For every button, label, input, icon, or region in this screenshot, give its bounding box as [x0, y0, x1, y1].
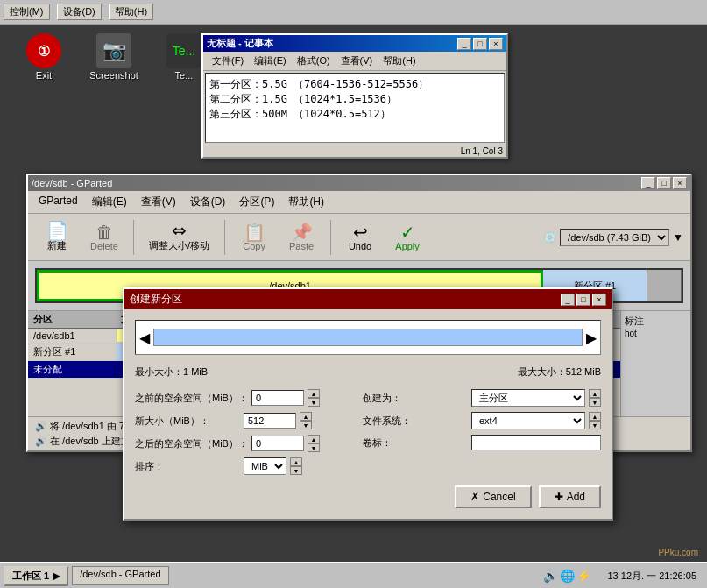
create-as-select[interactable]: 主分区 [471, 389, 585, 407]
toolbar-paste-btn[interactable]: 📌 Paste [279, 219, 323, 256]
notepad-help-menu[interactable]: 帮助(H) [378, 53, 421, 68]
notepad-win-controls: _ □ × [457, 38, 503, 50]
row1-name: /dev/sdb1 [28, 329, 116, 343]
unallocated-segment[interactable] [647, 270, 682, 301]
create-as-label: 创建为： [363, 392, 468, 405]
dialog-buttons: ✗ Cancel ✚ Add [135, 485, 601, 508]
after-space-input[interactable] [251, 436, 304, 451]
notepad-view-menu[interactable]: 查看(V) [336, 53, 378, 68]
main-area: ① Exit 📷 Screenshot Te... Te... 🖥 ...olu… [0, 25, 707, 562]
workspace-label[interactable]: 工作区 1 ▶ [4, 566, 68, 586]
workspace-text: 工作区 1 [12, 570, 49, 583]
unit-select[interactable]: MiB [244, 457, 286, 475]
notepad-statusbar: Ln 1, Col 3 [203, 145, 506, 157]
ca-spin-down[interactable]: ▼ [589, 398, 601, 407]
dialog-maximize-btn[interactable]: □ [576, 294, 590, 306]
volume-tray-icon[interactable]: 🔊 [543, 569, 558, 583]
add-plus-icon: ✚ [555, 491, 563, 503]
slider-right-arrow[interactable]: ▶ [586, 329, 597, 346]
toolbar-copy-label: Copy [243, 241, 265, 251]
gparted-menu-edit[interactable]: 编辑(E) [85, 193, 134, 211]
order-row: 排序： MiB ▲ ▼ [135, 457, 356, 475]
gparted-win-controls: _ □ × [641, 177, 687, 189]
create-as-row: 创建为： 主分区 ▲ ▼ [363, 389, 601, 407]
exit-circle-icon: ① [26, 33, 61, 68]
toolbar-apply-btn[interactable]: ✓ Apply [385, 219, 429, 256]
toolbar-undo-btn[interactable]: ↩ Undo [338, 219, 382, 256]
toolbar-paste-label: Paste [289, 241, 314, 251]
exit-label: Exit [36, 70, 52, 81]
workspace-page-arrow: ▶ [53, 570, 60, 582]
network-tray-icon[interactable]: 🌐 [560, 569, 575, 583]
exit-icon-item[interactable]: ① Exit [18, 33, 70, 81]
gparted-close-btn[interactable]: × [673, 177, 687, 189]
before-spin-up[interactable]: ▲ [308, 389, 320, 398]
toolbar-resize-btn[interactable]: ⇔ 调整大小/移动 [141, 217, 217, 257]
gparted-taskbar-btn[interactable]: /dev/sdb - GParted [72, 566, 168, 585]
gparted-maximize-btn[interactable]: □ [657, 177, 671, 189]
filesystem-select[interactable]: ext4 [471, 412, 585, 429]
toolbar-apply-label: Apply [395, 241, 420, 251]
dialog-minimize-btn[interactable]: _ [561, 294, 575, 306]
notepad-line2: 第二分区：1.5G （1024*1.5=1536） [209, 92, 500, 107]
unit-spin-down[interactable]: ▼ [290, 466, 302, 475]
notepad-maximize-btn[interactable]: □ [473, 38, 487, 50]
before-space-input[interactable] [251, 390, 304, 406]
fs-spin-up[interactable]: ▲ [589, 412, 601, 421]
after-space-spinner: ▲ ▼ [308, 435, 320, 452]
size-labels: 最小大小：1 MiB 最大大小：512 MiB [135, 365, 601, 379]
gparted-toolbar: 📄 新建 🗑 Delete ⇔ 调整大小/移动 📋 Copy 📌 [28, 214, 690, 261]
partition-slider-area[interactable]: ◀ ▶ [135, 320, 601, 355]
slider-left-arrow[interactable]: ◀ [139, 329, 150, 346]
left-form: 之前的空余空间（MiB）： ▲ ▼ 新大小（MiB）： ▲ ▼ [135, 389, 356, 475]
new-size-spinner: ▲ ▼ [300, 412, 312, 429]
row3-name: 未分配 [28, 361, 116, 378]
after-spin-down[interactable]: ▼ [308, 443, 320, 452]
power-tray-icon[interactable]: ⚡ [576, 569, 591, 583]
after-spin-up[interactable]: ▲ [308, 435, 320, 443]
cancel-label: Cancel [483, 491, 515, 503]
toolbar-copy-btn[interactable]: 📋 Copy [232, 219, 276, 256]
notepad-minimize-btn[interactable]: _ [457, 38, 471, 50]
toolbar-delete-btn[interactable]: 🗑 Delete [82, 219, 126, 256]
notepad-window: 无标题 - 记事本 _ □ × 文件(F) 编辑(E) 格式(O) 查看(V) … [201, 33, 508, 159]
vm-help-btn[interactable]: 帮助(H) [109, 4, 153, 20]
after-space-label: 之后的空余空间（MiB）： [135, 437, 248, 450]
notepad-edit-menu[interactable]: 编辑(E) [249, 53, 292, 68]
size-spin-down[interactable]: ▼ [300, 421, 312, 429]
cancel-button[interactable]: ✗ Cancel [455, 485, 531, 508]
notepad-content-area[interactable]: 第一分区：5.5G （7604-1536-512=5556） 第二分区：1.5G… [205, 73, 505, 143]
gparted-minimize-btn[interactable]: _ [641, 177, 655, 189]
hot-label: hot [625, 329, 637, 338]
notepad-file-menu[interactable]: 文件(F) [207, 53, 249, 68]
vm-control-btn[interactable]: 控制(M) [4, 4, 50, 20]
gparted-task-label: /dev/sdb - GParted [80, 569, 160, 579]
toolbar-sep3 [330, 220, 331, 255]
device-dropdown[interactable]: /dev/sdb (7.43 GiB) [560, 229, 669, 246]
notepad-close-btn[interactable]: × [489, 38, 503, 50]
size-spin-up[interactable]: ▲ [300, 412, 312, 421]
gparted-menu-view[interactable]: 查看(V) [134, 193, 183, 211]
gparted-menu-gparted[interactable]: GParted [32, 193, 85, 211]
unit-spin-up[interactable]: ▲ [290, 457, 302, 466]
min-size-label: 最小大小：1 MiB [135, 365, 208, 379]
after-space-row: 之后的空余空间（MiB）： ▲ ▼ [135, 435, 356, 452]
gparted-menu-partition[interactable]: 分区(P) [232, 193, 281, 211]
terminal-icon: Te... [166, 33, 201, 68]
gparted-menu-device[interactable]: 设备(D) [183, 193, 233, 211]
notepad-format-menu[interactable]: 格式(O) [292, 53, 336, 68]
new-size-input[interactable] [244, 413, 296, 429]
slider-track[interactable] [153, 329, 583, 346]
add-button[interactable]: ✚ Add [539, 485, 601, 508]
toolbar-new-btn[interactable]: 📄 新建 [35, 217, 79, 257]
vm-device-btn[interactable]: 设备(D) [57, 4, 102, 20]
screenshot-icon-item[interactable]: 📷 Screenshot [88, 33, 140, 81]
dialog-close-btn[interactable]: × [592, 294, 606, 306]
before-spin-down[interactable]: ▼ [308, 398, 320, 407]
volume-label-input[interactable] [471, 435, 601, 450]
fs-spin-down[interactable]: ▼ [589, 421, 601, 429]
filesystem-label: 文件系统： [363, 414, 468, 428]
gparted-menu-help[interactable]: 帮助(H) [281, 193, 331, 211]
ca-spin-up[interactable]: ▲ [589, 389, 601, 398]
slider-fill [154, 329, 582, 345]
